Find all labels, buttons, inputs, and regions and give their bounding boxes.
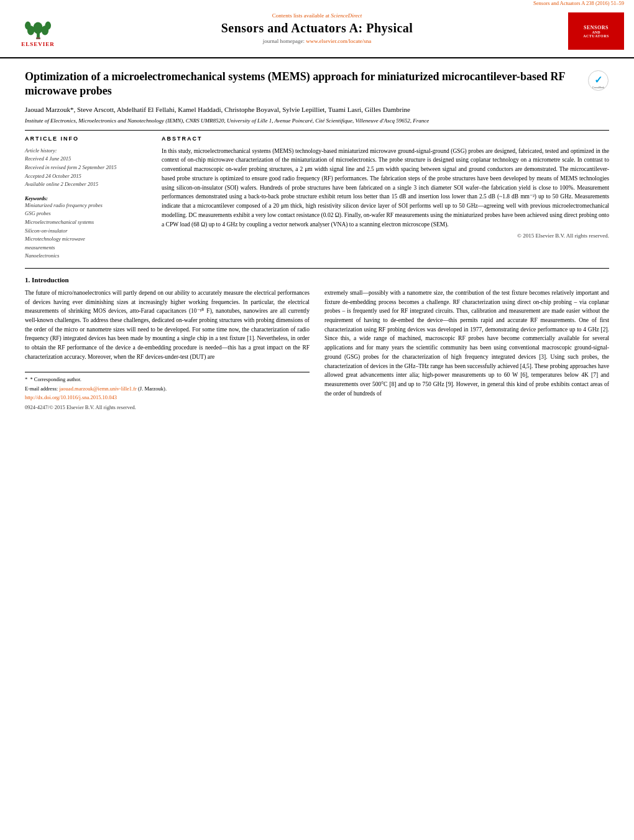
- keyword-3: Microelectromechanical systems: [25, 218, 149, 227]
- footnote-email: E-mail address: jaouad.marzouk@iemn.univ…: [25, 385, 310, 393]
- history-label: Article history:: [25, 147, 149, 155]
- footnote-copyright: 0924-4247/© 2015 Elsevier B.V. All right…: [25, 404, 310, 412]
- page: Sensors and Actuators A 238 (2016) 51–59…: [0, 0, 634, 840]
- footnote-area: * * Corresponding author. E-mail address…: [25, 372, 310, 412]
- sciencedirect-link: Contents lists available at ScienceDirec…: [78, 12, 556, 19]
- article-title: Optimization of a microelectromechanical…: [25, 70, 587, 99]
- divider-1: [25, 130, 609, 131]
- keyword-1: Miniaturized radio frequency probes: [25, 201, 149, 210]
- logo-sensors-line1: SENSORS: [584, 25, 609, 30]
- section-divider: [25, 268, 609, 269]
- abstract-text: In this study, microelectromechanical sy…: [162, 147, 609, 229]
- footnote-email-address: jaouad.marzouk@iemn.univ-lille1.fr: [59, 385, 137, 392]
- elsevier-tree-icon: [21, 15, 55, 40]
- keywords-list: Miniaturized radio frequency probes GSG …: [25, 201, 149, 261]
- logo-sensors-line3: ACTUATORS: [583, 34, 609, 38]
- sciencedirect-label: ScienceDirect: [331, 12, 362, 19]
- svg-rect-6: [36, 37, 40, 39]
- intro-left-text: The future of micro/nanoelectronics will…: [25, 288, 310, 362]
- sensors-actuators-logo: SENSORS and ACTUATORS: [568, 12, 624, 50]
- article-history: Article history: Received 4 June 2015 Re…: [25, 147, 149, 189]
- header-top-bar: ELSEVIER Contents lists available at Sci…: [0, 7, 634, 53]
- available-date: Available online 2 December 2015: [25, 180, 149, 189]
- doi-link[interactable]: http://dx.doi.org/10.1016/j.sna.2015.10.…: [25, 394, 117, 400]
- journal-homepage: journal homepage: www.elsevier.com/locat…: [78, 38, 556, 44]
- svg-point-5: [45, 21, 51, 29]
- svg-point-4: [25, 21, 31, 29]
- section-1-title: 1. Introduction: [25, 276, 609, 284]
- journal-main-title: Sensors and Actuators A: Physical: [78, 21, 556, 35]
- abstract-header: ABSTRACT: [162, 136, 609, 142]
- body-left-col: The future of micro/nanoelectronics will…: [25, 288, 310, 412]
- keyword-6: Nanoelectronics: [25, 252, 149, 261]
- keywords-section: Keywords: Miniaturized radio frequency p…: [25, 195, 149, 261]
- article-info-abstract: ARTICLE INFO Article history: Received 4…: [25, 136, 609, 261]
- revised-date: Received in revised form 2 September 201…: [25, 164, 149, 172]
- authors-text: Jaouad Marzouk*, Steve Arscott, Abdelhat…: [25, 106, 410, 113]
- homepage-url: www.elsevier.com/locate/sna: [306, 38, 371, 44]
- received-date: Received 4 June 2015: [25, 155, 149, 164]
- affiliation-text: Institute of Electronics, Microelectroni…: [25, 117, 609, 125]
- keyword-5: Microtechnology microwavemeasurements: [25, 235, 149, 252]
- svg-text:CrossMark: CrossMark: [592, 86, 604, 89]
- body-two-col: The future of micro/nanoelectronics will…: [25, 288, 609, 412]
- article-info-header: ARTICLE INFO: [25, 136, 149, 142]
- citation-text: Sensors and Actuators A 238 (2016) 51–59: [533, 0, 624, 6]
- article-content: Optimization of a microelectromechanical…: [0, 63, 634, 424]
- journal-title-center: Contents lists available at ScienceDirec…: [66, 12, 568, 44]
- abstract-col: ABSTRACT In this study, microelectromech…: [162, 136, 609, 261]
- elsevier-wordmark: ELSEVIER: [21, 41, 55, 47]
- svg-text:✓: ✓: [594, 75, 602, 85]
- keywords-label: Keywords:: [25, 195, 149, 201]
- accepted-date: Accepted 24 October 2015: [25, 172, 149, 181]
- authors-line: Jaouad Marzouk*, Steve Arscott, Abdelhat…: [25, 105, 609, 114]
- journal-header: ELSEVIER Contents lists available at Sci…: [0, 7, 634, 58]
- intro-right-text: extremely small—possibly with a nanometr…: [324, 288, 609, 399]
- svg-point-1: [33, 22, 42, 34]
- keyword-4: Silicon-on-insulator: [25, 227, 149, 236]
- doi-line: http://dx.doi.org/10.1016/j.sna.2015.10.…: [25, 394, 310, 402]
- keyword-2: GSG probes: [25, 210, 149, 218]
- article-info-col: ARTICLE INFO Article history: Received 4…: [25, 136, 149, 261]
- abstract-copyright: © 2015 Elsevier B.V. All rights reserved…: [162, 233, 609, 239]
- article-title-section: Optimization of a microelectromechanical…: [25, 70, 609, 99]
- crossmark-badge: ✓ CrossMark: [587, 70, 609, 91]
- body-right-col: extremely small—possibly with a nanometr…: [324, 288, 609, 412]
- elsevier-logo: ELSEVIER: [10, 12, 66, 50]
- footnote-star: * * Corresponding author.: [25, 376, 310, 384]
- citation-bar: Sensors and Actuators A 238 (2016) 51–59: [0, 0, 634, 7]
